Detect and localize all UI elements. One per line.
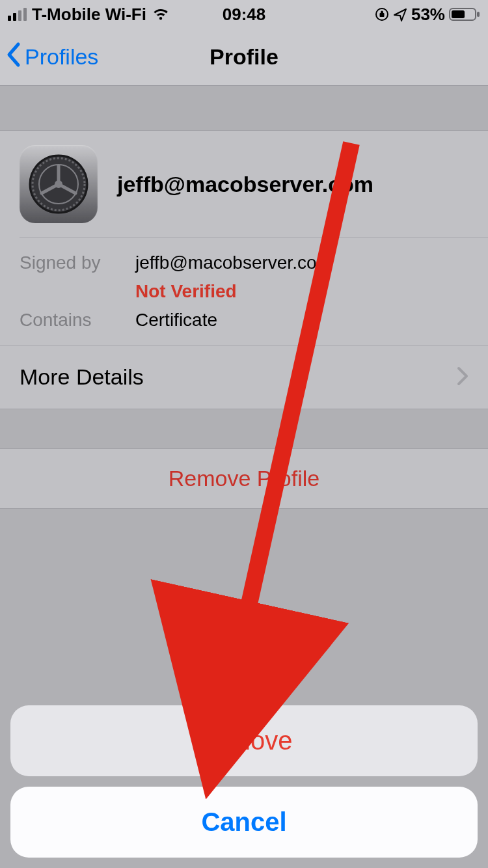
signed-by-label: Signed by [20, 252, 124, 273]
action-sheet-group: Remove [10, 705, 478, 776]
more-details-label: More Details [20, 364, 144, 390]
actionsheet-cancel-button[interactable]: Cancel [10, 787, 478, 858]
signed-by-value: jeffb@macobserver.com [135, 252, 468, 273]
back-button[interactable]: Profiles [0, 42, 98, 72]
status-bar: T-Mobile Wi-Fi 09:48 53% [0, 0, 488, 29]
status-time: 09:48 [223, 5, 266, 25]
orientation-lock-icon [375, 7, 389, 21]
chevron-right-icon [457, 362, 468, 392]
remove-profile-button[interactable]: Remove Profile [0, 448, 488, 509]
battery-percent: 53% [411, 5, 445, 25]
profile-name: jeffb@macobserver.com [117, 172, 373, 197]
action-sheet: Remove Cancel [10, 705, 478, 858]
wifi-icon [152, 7, 170, 21]
contains-value: Certificate [135, 310, 468, 331]
chevron-left-icon [5, 42, 22, 72]
location-arrow-icon [393, 7, 407, 21]
actionsheet-remove-label: Remove [196, 726, 293, 755]
remove-profile-label: Remove Profile [169, 466, 319, 491]
actionsheet-cancel-label: Cancel [201, 807, 286, 836]
status-left-group: T-Mobile Wi-Fi [8, 5, 170, 25]
carrier-label: T-Mobile Wi-Fi [32, 5, 146, 25]
verified-status: Not Verified [135, 281, 468, 302]
contains-label: Contains [20, 310, 124, 331]
svg-rect-2 [452, 10, 465, 18]
page-title: Profile [210, 44, 278, 70]
nav-bar: Profiles Profile [0, 29, 488, 86]
svg-rect-3 [477, 12, 480, 17]
profile-gear-icon [20, 145, 98, 223]
profile-header: jeffb@macobserver.com [0, 131, 488, 237]
profile-section: jeffb@macobserver.com Signed by jeffb@ma… [0, 130, 488, 409]
more-details-row[interactable]: More Details [0, 345, 488, 409]
cellular-signal-icon [8, 8, 27, 21]
profile-info-block: Signed by jeffb@macobserver.com Not Veri… [20, 237, 488, 345]
back-label: Profiles [25, 44, 98, 70]
actionsheet-remove-button[interactable]: Remove [10, 705, 478, 776]
content-area: jeffb@macobserver.com Signed by jeffb@ma… [0, 86, 488, 509]
status-right-group: 53% [375, 5, 480, 25]
battery-icon [449, 7, 480, 21]
